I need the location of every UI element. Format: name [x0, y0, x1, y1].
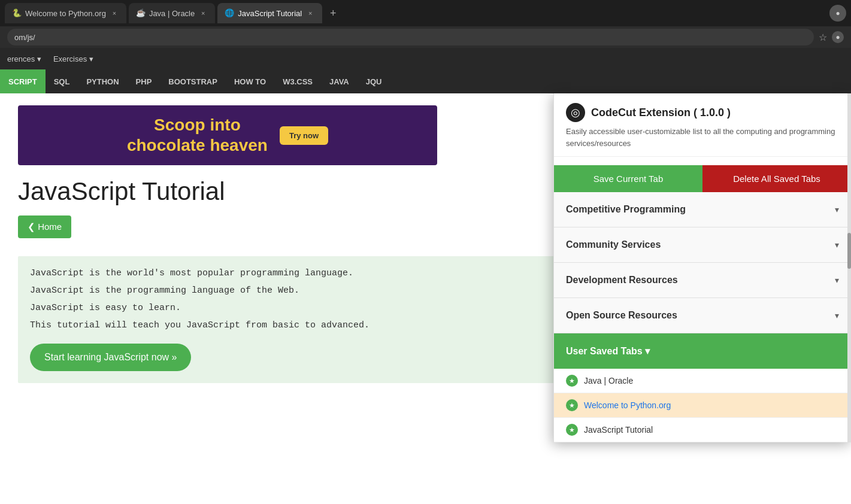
open-source-resources-category[interactable]: Open Source Resources ▾ [554, 298, 851, 333]
ad-banner: Scoop into chocolate heaven Try now [18, 105, 437, 165]
competitive-programming-chevron: ▾ [835, 205, 839, 214]
community-services-chevron: ▾ [835, 240, 839, 250]
save-current-tab-button[interactable]: Save Current Tab [554, 165, 702, 192]
ext-subtitle: Easily accessible user-customizable list… [566, 126, 839, 149]
saved-tab-python[interactable]: ★ Welcome to Python.org [554, 393, 851, 418]
browser-controls: ● [829, 5, 846, 22]
tab-java-close[interactable]: × [198, 8, 208, 18]
saved-tab-js[interactable]: ★ JavaScript Tutorial [554, 418, 851, 442]
ext-logo: ◎ [566, 103, 585, 122]
nav-javascript[interactable]: SCRIPT [0, 69, 46, 93]
tab-js-label: JavaScript Tutorial [238, 9, 302, 18]
nav-jquery[interactable]: JQU [358, 69, 390, 93]
tab-java[interactable]: ☕ Java | Oracle × [129, 3, 215, 23]
open-source-resources-label: Open Source Resources [566, 310, 677, 321]
nav-sql[interactable]: SQL [46, 69, 78, 93]
saved-tab-java[interactable]: ★ Java | Oracle [554, 369, 851, 393]
exercises-menu[interactable]: Exercises ▾ [53, 54, 93, 63]
open-source-resources-chevron: ▾ [835, 311, 839, 320]
references-menu[interactable]: erences ▾ [7, 54, 41, 63]
start-button[interactable]: Start learning JavaScript now » [30, 344, 191, 371]
ad-button[interactable]: Try now [280, 126, 328, 145]
saved-tabs-header[interactable]: User Saved Tabs ▾ [554, 333, 851, 369]
ext-header: ◎ CodeCut Extension ( 1.0.0 ) Easily acc… [554, 93, 851, 157]
bookmark-icon[interactable]: ☆ [819, 32, 827, 43]
saved-tab-js-label: JavaScript Tutorial [584, 425, 653, 435]
saved-tab-python-icon: ★ [566, 399, 578, 411]
ad-text-line1: Scoop into [127, 115, 268, 135]
tab-java-label: Java | Oracle [149, 9, 195, 18]
url-field[interactable]: om/js/ [7, 29, 814, 45]
development-resources-label: Development Resources [566, 275, 678, 286]
scrollbar[interactable] [847, 93, 851, 442]
w3-top-nav: erences ▾ Exercises ▾ [0, 48, 851, 69]
competitive-programming-label: Competitive Programming [566, 204, 686, 215]
community-services-category[interactable]: Community Services ▾ [554, 227, 851, 263]
js-favicon: 🌐 [225, 8, 234, 18]
nav-java[interactable]: JAVA [321, 69, 358, 93]
extension-popup: ◎ CodeCut Extension ( 1.0.0 ) Easily acc… [553, 93, 851, 442]
python-favicon: 🐍 [12, 8, 22, 18]
codecut-logo-icon: ◎ [571, 106, 580, 119]
nav-howto[interactable]: HOW TO [226, 69, 274, 93]
nav-php[interactable]: PHP [128, 69, 160, 93]
address-bar: om/js/ ☆ ● [0, 26, 851, 48]
ext-action-buttons: Save Current Tab Delete All Saved Tabs [554, 165, 851, 192]
tab-js[interactable]: 🌐 JavaScript Tutorial × [217, 3, 322, 23]
scroll-thumb [847, 233, 851, 269]
development-resources-chevron: ▾ [835, 275, 839, 285]
new-tab-button[interactable]: + [325, 5, 341, 22]
tab-python-close[interactable]: × [110, 8, 119, 18]
saved-tab-js-icon: ★ [566, 424, 578, 436]
nav-w3css[interactable]: W3.CSS [274, 69, 321, 93]
community-services-label: Community Services [566, 239, 661, 250]
saved-tabs-label: User Saved Tabs ▾ [566, 345, 650, 357]
development-resources-category[interactable]: Development Resources ▾ [554, 263, 851, 298]
tab-python[interactable]: 🐍 Welcome to Python.org × [5, 3, 126, 23]
ext-title: CodeCut Extension ( 1.0.0 ) [591, 107, 731, 119]
browser-chrome: 🐍 Welcome to Python.org × ☕ Java | Oracl… [0, 0, 851, 26]
ad-text-line2: chocolate heaven [127, 135, 268, 156]
ext-title-row: ◎ CodeCut Extension ( 1.0.0 ) [566, 103, 839, 122]
saved-tab-java-icon: ★ [566, 375, 578, 387]
competitive-programming-category[interactable]: Competitive Programming ▾ [554, 192, 851, 227]
w3-main-nav: SCRIPT SQL PYTHON PHP BOOTSTRAP HOW TO W… [0, 69, 851, 93]
profile-circle-icon[interactable]: ● [832, 31, 844, 43]
url-text: om/js/ [14, 33, 35, 42]
nav-bootstrap[interactable]: BOOTSTRAP [160, 69, 226, 93]
home-button[interactable]: ❮ Home [18, 215, 71, 238]
java-favicon: ☕ [136, 8, 146, 18]
nav-python[interactable]: PYTHON [78, 69, 127, 93]
tab-js-close[interactable]: × [305, 8, 315, 18]
saved-tab-java-label: Java | Oracle [584, 376, 633, 385]
delete-all-tabs-button[interactable]: Delete All Saved Tabs [702, 165, 851, 192]
tab-python-label: Welcome to Python.org [25, 9, 106, 18]
saved-tab-python-label: Welcome to Python.org [584, 400, 671, 410]
profile-button[interactable]: ● [829, 5, 846, 22]
main-content: Scoop into chocolate heaven Try now Java… [0, 93, 851, 504]
user-saved-tabs-section: User Saved Tabs ▾ [554, 333, 851, 369]
